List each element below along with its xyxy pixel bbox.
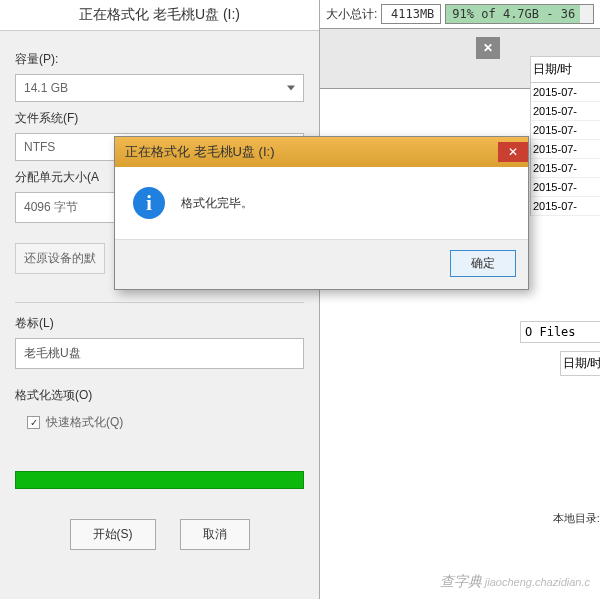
close-icon[interactable]: ✕	[476, 37, 500, 59]
volume-label-input[interactable]: 老毛桃U盘	[15, 338, 304, 369]
quick-format-label: 快速格式化(Q)	[46, 414, 123, 431]
volume-label-label: 卷标(L)	[15, 315, 304, 332]
local-dir-text: 本地目录: 0 文件	[553, 511, 600, 526]
list-item[interactable]: 2015-07-	[531, 140, 600, 159]
list-item[interactable]: 2015-07-	[531, 178, 600, 197]
message-box-text: 格式化完毕。	[181, 195, 253, 212]
message-box-body: i 格式化完毕。	[115, 167, 528, 239]
message-box-titlebar[interactable]: 正在格式化 老毛桃U盘 (I:) ✕	[115, 137, 528, 167]
date-column-header-2[interactable]: 日期/时	[560, 351, 600, 376]
format-progress-bar	[15, 471, 304, 489]
right-panel: 大小总计: 4113MB 91% of 4.7GB - 36 ✕ 保存 日期/时…	[320, 0, 600, 599]
info-icon: i	[133, 187, 165, 219]
capacity-label: 容量(P):	[15, 51, 304, 68]
message-box: 正在格式化 老毛桃U盘 (I:) ✕ i 格式化完毕。 确定	[114, 136, 529, 290]
size-total-value: 4113MB	[381, 4, 441, 24]
format-dialog: 正在格式化 老毛桃U盘 (I:) 容量(P): 14.1 GB 文件系统(F) …	[0, 0, 320, 599]
list-item[interactable]: 2015-07-	[531, 197, 600, 216]
options-label: 格式化选项(O)	[15, 387, 304, 404]
capacity-select[interactable]: 14.1 GB	[15, 74, 304, 102]
list-item[interactable]: 2015-07-	[531, 159, 600, 178]
size-total-label: 大小总计:	[326, 6, 377, 23]
list-item[interactable]: 2015-07-	[531, 83, 600, 102]
list-item[interactable]: 2015-07-	[531, 121, 600, 140]
file-list: 日期/时 2015-07- 2015-07- 2015-07- 2015-07-…	[530, 56, 600, 216]
format-dialog-body: 容量(P): 14.1 GB 文件系统(F) NTFS 分配单元大小(A 409…	[0, 31, 319, 562]
filesystem-label: 文件系统(F)	[15, 110, 304, 127]
checkbox-icon: ✓	[27, 416, 40, 429]
ok-button[interactable]: 确定	[450, 250, 516, 277]
start-button[interactable]: 开始(S)	[70, 519, 156, 550]
disc-progress-text: 91% of 4.7GB - 36	[445, 4, 594, 24]
divider	[15, 302, 304, 303]
message-box-title: 正在格式化 老毛桃U盘 (I:)	[125, 143, 275, 161]
top-bar: 大小总计: 4113MB 91% of 4.7GB - 36	[320, 0, 600, 29]
format-actions: 开始(S) 取消	[15, 519, 304, 550]
files-filter[interactable]: O Files	[520, 321, 600, 343]
cancel-button[interactable]: 取消	[180, 519, 250, 550]
format-dialog-title: 正在格式化 老毛桃U盘 (I:)	[0, 0, 319, 31]
restore-defaults-button[interactable]: 还原设备的默	[15, 243, 105, 274]
list-item[interactable]: 2015-07-	[531, 102, 600, 121]
date-column-header[interactable]: 日期/时	[531, 57, 600, 83]
quick-format-checkbox-row[interactable]: ✓ 快速格式化(Q)	[27, 414, 304, 431]
message-box-actions: 确定	[115, 239, 528, 289]
close-icon[interactable]: ✕	[498, 142, 528, 162]
